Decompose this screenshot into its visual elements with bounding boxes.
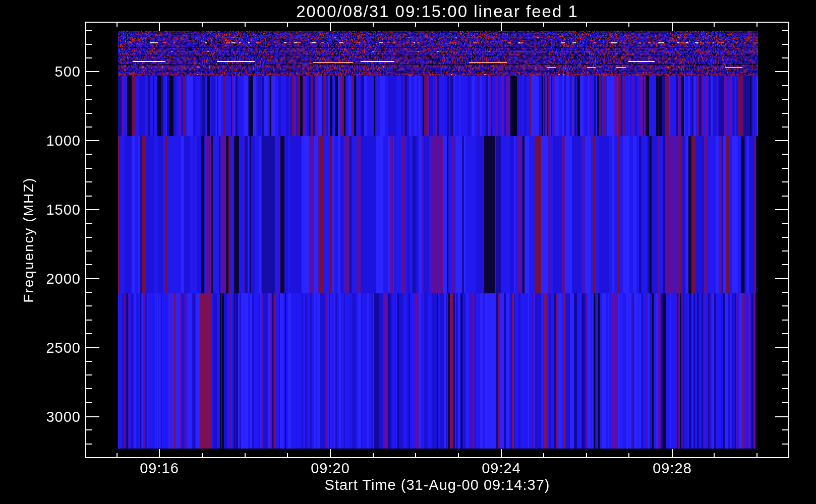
x-tick-label: 09:16 [140, 460, 179, 477]
x-tick-label: 09:20 [311, 460, 350, 477]
plot-title: 2000/08/31 09:15:00 linear feed 1 [86, 2, 789, 21]
x-tick-label: 09:24 [482, 460, 521, 477]
y-tick-label: 500 [0, 64, 81, 79]
y-tick-label: 1000 [0, 133, 81, 148]
spectrogram-figure: 2000/08/31 09:15:00 linear feed 1 Freque… [0, 0, 816, 504]
y-tick-label: 1500 [0, 202, 81, 217]
y-tick-label: 3000 [0, 409, 81, 424]
y-tick-label: 2500 [0, 340, 81, 355]
x-axis-label: Start Time (31-Aug-00 09:14:37) [325, 477, 550, 493]
x-tick-label: 09:28 [653, 460, 692, 477]
y-tick-label: 2000 [0, 271, 81, 286]
axes-frame [0, 0, 816, 504]
